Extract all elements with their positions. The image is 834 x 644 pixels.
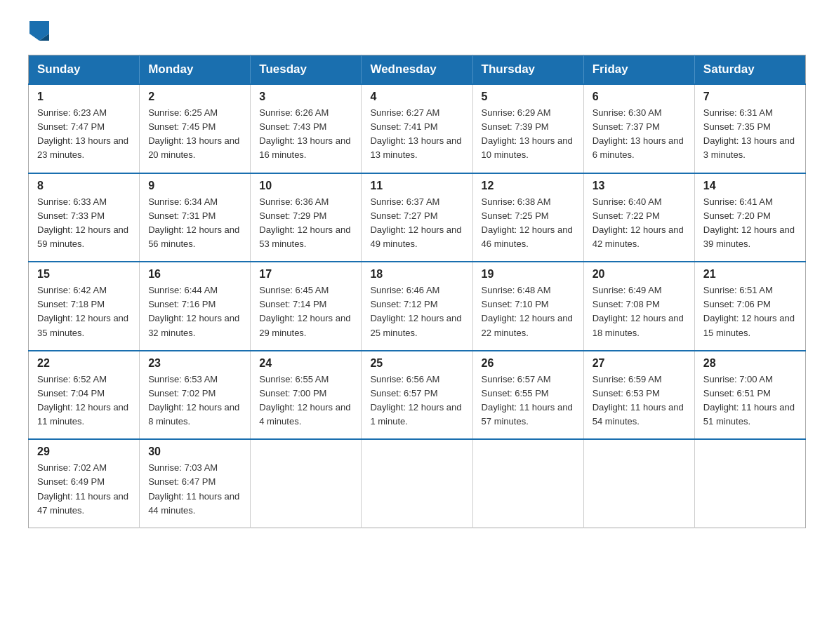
weekday-header-thursday: Thursday <box>472 55 583 85</box>
day-number: 5 <box>482 90 575 103</box>
weekday-header-row: SundayMondayTuesdayWednesdayThursdayFrid… <box>29 55 806 85</box>
day-detail: Sunrise: 6:44 AMSunset: 7:16 PMDaylight:… <box>148 283 241 340</box>
day-number: 27 <box>593 357 686 370</box>
day-detail: Sunrise: 6:41 AMSunset: 7:20 PMDaylight:… <box>703 195 797 252</box>
day-detail: Sunrise: 6:38 AMSunset: 7:25 PMDaylight:… <box>482 195 575 252</box>
calendar-week-row: 22Sunrise: 6:52 AMSunset: 7:04 PMDayligh… <box>29 351 806 440</box>
calendar-cell: 17Sunrise: 6:45 AMSunset: 7:14 PMDayligh… <box>251 262 362 351</box>
day-detail: Sunrise: 7:03 AMSunset: 6:47 PMDaylight:… <box>148 461 241 518</box>
day-number: 14 <box>703 180 797 192</box>
calendar-cell <box>251 439 362 528</box>
calendar-cell: 20Sunrise: 6:49 AMSunset: 7:08 PMDayligh… <box>583 262 694 351</box>
calendar-cell: 22Sunrise: 6:52 AMSunset: 7:04 PMDayligh… <box>29 351 140 440</box>
day-number: 21 <box>703 268 797 281</box>
day-detail: Sunrise: 6:34 AMSunset: 7:31 PMDaylight:… <box>148 195 241 252</box>
calendar-cell: 5Sunrise: 6:29 AMSunset: 7:39 PMDaylight… <box>472 84 583 173</box>
day-number: 29 <box>37 445 131 458</box>
calendar-week-row: 8Sunrise: 6:33 AMSunset: 7:33 PMDaylight… <box>29 173 806 262</box>
day-number: 7 <box>703 90 797 103</box>
day-number: 13 <box>593 180 686 192</box>
day-detail: Sunrise: 6:56 AMSunset: 6:57 PMDaylight:… <box>370 373 463 429</box>
day-detail: Sunrise: 6:57 AMSunset: 6:55 PMDaylight:… <box>482 373 575 429</box>
calendar-cell <box>694 439 805 528</box>
day-detail: Sunrise: 6:27 AMSunset: 7:41 PMDaylight:… <box>370 106 463 163</box>
day-number: 9 <box>148 180 241 192</box>
day-detail: Sunrise: 6:31 AMSunset: 7:35 PMDaylight:… <box>703 106 797 163</box>
day-number: 6 <box>593 90 686 103</box>
day-number: 3 <box>259 90 352 103</box>
day-number: 24 <box>259 357 352 370</box>
day-number: 28 <box>703 357 797 370</box>
calendar-cell <box>472 439 583 528</box>
day-detail: Sunrise: 6:23 AMSunset: 7:47 PMDaylight:… <box>37 106 131 163</box>
day-number: 10 <box>259 180 352 192</box>
day-number: 26 <box>482 357 575 370</box>
calendar-cell: 25Sunrise: 6:56 AMSunset: 6:57 PMDayligh… <box>362 351 472 440</box>
day-detail: Sunrise: 7:02 AMSunset: 6:49 PMDaylight:… <box>37 461 131 518</box>
calendar-cell: 11Sunrise: 6:37 AMSunset: 7:27 PMDayligh… <box>362 173 472 262</box>
weekday-header-saturday: Saturday <box>694 55 805 85</box>
day-detail: Sunrise: 6:37 AMSunset: 7:27 PMDaylight:… <box>370 195 463 252</box>
calendar-cell: 30Sunrise: 7:03 AMSunset: 6:47 PMDayligh… <box>140 439 251 528</box>
calendar-cell: 6Sunrise: 6:30 AMSunset: 7:37 PMDaylight… <box>583 84 694 173</box>
weekday-header-friday: Friday <box>583 55 694 85</box>
day-number: 17 <box>259 268 352 281</box>
day-detail: Sunrise: 6:26 AMSunset: 7:43 PMDaylight:… <box>259 106 352 163</box>
calendar-cell: 14Sunrise: 6:41 AMSunset: 7:20 PMDayligh… <box>694 173 805 262</box>
day-number: 19 <box>482 268 575 281</box>
calendar-cell: 29Sunrise: 7:02 AMSunset: 6:49 PMDayligh… <box>29 439 140 528</box>
calendar-week-row: 29Sunrise: 7:02 AMSunset: 6:49 PMDayligh… <box>29 439 806 528</box>
day-number: 16 <box>148 268 241 281</box>
day-number: 11 <box>370 180 463 192</box>
day-detail: Sunrise: 6:25 AMSunset: 7:45 PMDaylight:… <box>148 106 241 163</box>
calendar-cell: 9Sunrise: 6:34 AMSunset: 7:31 PMDaylight… <box>140 173 251 262</box>
day-number: 25 <box>370 357 463 370</box>
day-detail: Sunrise: 6:48 AMSunset: 7:10 PMDaylight:… <box>482 283 575 340</box>
calendar-cell: 10Sunrise: 6:36 AMSunset: 7:29 PMDayligh… <box>251 173 362 262</box>
calendar-cell: 3Sunrise: 6:26 AMSunset: 7:43 PMDaylight… <box>251 84 362 173</box>
day-number: 12 <box>482 180 575 192</box>
calendar-cell: 28Sunrise: 7:00 AMSunset: 6:51 PMDayligh… <box>694 351 805 440</box>
calendar-cell: 15Sunrise: 6:42 AMSunset: 7:18 PMDayligh… <box>29 262 140 351</box>
calendar-cell: 19Sunrise: 6:48 AMSunset: 7:10 PMDayligh… <box>472 262 583 351</box>
day-detail: Sunrise: 6:45 AMSunset: 7:14 PMDaylight:… <box>259 283 352 340</box>
page-header <box>28 21 806 41</box>
day-number: 30 <box>148 445 241 458</box>
day-number: 15 <box>37 268 131 281</box>
day-number: 18 <box>370 268 463 281</box>
calendar-cell: 26Sunrise: 6:57 AMSunset: 6:55 PMDayligh… <box>472 351 583 440</box>
calendar-cell: 13Sunrise: 6:40 AMSunset: 7:22 PMDayligh… <box>583 173 694 262</box>
calendar-cell: 7Sunrise: 6:31 AMSunset: 7:35 PMDaylight… <box>694 84 805 173</box>
day-detail: Sunrise: 6:52 AMSunset: 7:04 PMDaylight:… <box>37 373 131 429</box>
calendar-table: SundayMondayTuesdayWednesdayThursdayFrid… <box>28 55 806 528</box>
calendar-cell: 18Sunrise: 6:46 AMSunset: 7:12 PMDayligh… <box>362 262 472 351</box>
calendar-cell: 4Sunrise: 6:27 AMSunset: 7:41 PMDaylight… <box>362 84 472 173</box>
day-detail: Sunrise: 6:33 AMSunset: 7:33 PMDaylight:… <box>37 195 131 252</box>
logo-icon <box>29 21 49 41</box>
day-number: 22 <box>37 357 131 370</box>
calendar-cell: 21Sunrise: 6:51 AMSunset: 7:06 PMDayligh… <box>694 262 805 351</box>
weekday-header-sunday: Sunday <box>29 55 140 85</box>
weekday-header-tuesday: Tuesday <box>251 55 362 85</box>
calendar-cell <box>362 439 472 528</box>
day-detail: Sunrise: 6:53 AMSunset: 7:02 PMDaylight:… <box>148 373 241 429</box>
calendar-cell: 23Sunrise: 6:53 AMSunset: 7:02 PMDayligh… <box>140 351 251 440</box>
day-number: 4 <box>370 90 463 103</box>
calendar-cell: 12Sunrise: 6:38 AMSunset: 7:25 PMDayligh… <box>472 173 583 262</box>
day-detail: Sunrise: 6:55 AMSunset: 7:00 PMDaylight:… <box>259 373 352 429</box>
day-detail: Sunrise: 6:30 AMSunset: 7:37 PMDaylight:… <box>593 106 686 163</box>
day-detail: Sunrise: 6:36 AMSunset: 7:29 PMDaylight:… <box>259 195 352 252</box>
day-detail: Sunrise: 6:51 AMSunset: 7:06 PMDaylight:… <box>703 283 797 340</box>
day-number: 1 <box>37 90 131 103</box>
day-detail: Sunrise: 6:29 AMSunset: 7:39 PMDaylight:… <box>482 106 575 163</box>
logo <box>28 21 49 41</box>
day-detail: Sunrise: 6:40 AMSunset: 7:22 PMDaylight:… <box>593 195 686 252</box>
day-detail: Sunrise: 6:46 AMSunset: 7:12 PMDaylight:… <box>370 283 463 340</box>
weekday-header-wednesday: Wednesday <box>362 55 472 85</box>
day-number: 20 <box>593 268 686 281</box>
calendar-cell: 27Sunrise: 6:59 AMSunset: 6:53 PMDayligh… <box>583 351 694 440</box>
calendar-week-row: 15Sunrise: 6:42 AMSunset: 7:18 PMDayligh… <box>29 262 806 351</box>
calendar-cell: 8Sunrise: 6:33 AMSunset: 7:33 PMDaylight… <box>29 173 140 262</box>
calendar-cell: 24Sunrise: 6:55 AMSunset: 7:00 PMDayligh… <box>251 351 362 440</box>
calendar-cell <box>583 439 694 528</box>
